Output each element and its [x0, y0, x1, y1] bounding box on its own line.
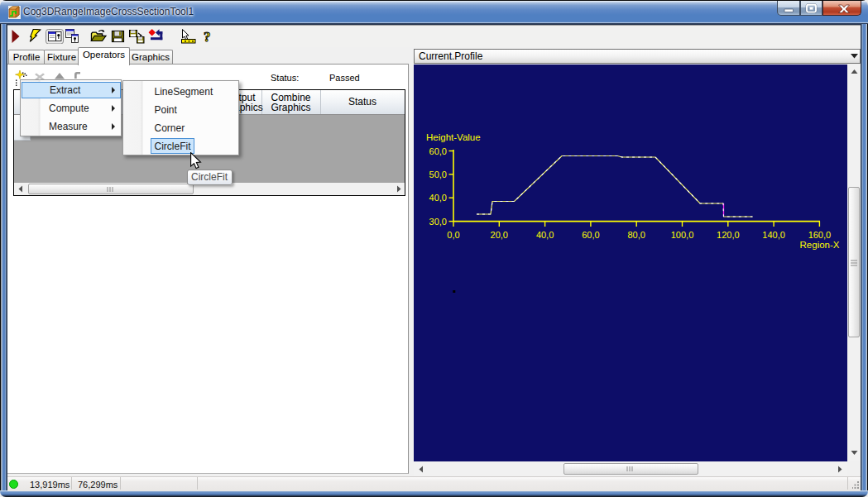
svg-text:20,0: 20,0 — [491, 230, 508, 240]
svg-text:40,0: 40,0 — [429, 193, 447, 203]
svg-text:60,0: 60,0 — [582, 230, 599, 240]
svg-text:?: ? — [204, 29, 211, 44]
svg-text:140,0: 140,0 — [762, 230, 785, 240]
svg-text:Height-Value: Height-Value — [426, 132, 481, 142]
svg-text:50,0: 50,0 — [429, 169, 447, 179]
svg-text:Region-X: Region-X — [800, 239, 840, 249]
svg-text:60,0: 60,0 — [429, 146, 447, 155]
svg-text:80,0: 80,0 — [627, 230, 645, 240]
svg-text:100,0: 100,0 — [671, 230, 694, 240]
svg-text:30,0: 30,0 — [429, 216, 447, 226]
svg-text:0,0: 0,0 — [447, 230, 459, 240]
svg-text:120,0: 120,0 — [717, 230, 740, 240]
svg-text:160,0: 160,0 — [808, 230, 832, 240]
svg-text:40,0: 40,0 — [536, 230, 554, 240]
